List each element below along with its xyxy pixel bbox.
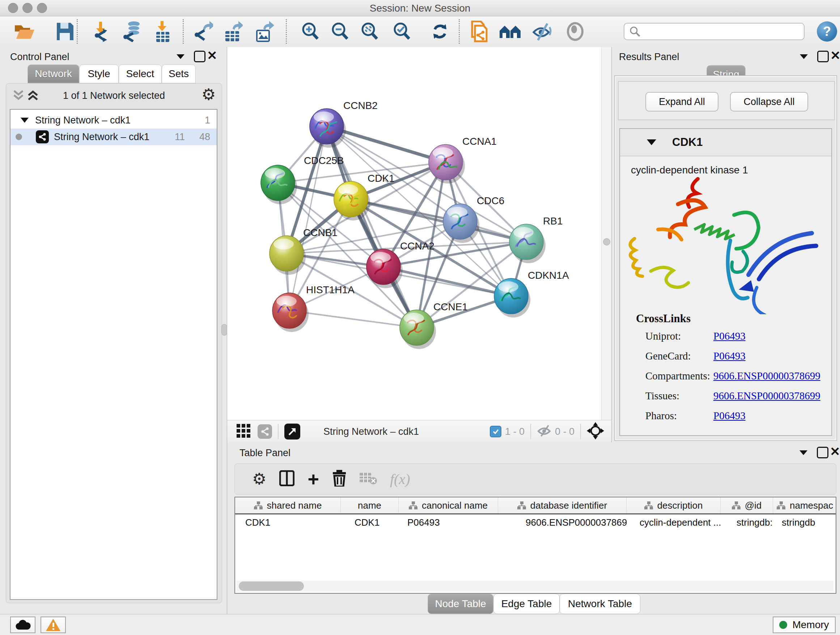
help-button[interactable]: ? [817, 21, 837, 42]
node-label-CDC6: CDC6 [477, 195, 504, 206]
save-session-icon[interactable] [54, 21, 76, 42]
control-panel-close-icon[interactable]: ✕ [207, 51, 218, 60]
selected-checkbox-icon[interactable] [490, 426, 501, 437]
node-CCNB2[interactable] [309, 109, 346, 148]
search-input[interactable] [624, 23, 805, 40]
entry-header[interactable]: CDK1 [620, 129, 831, 157]
table-panel-menu-caret-icon[interactable] [799, 450, 807, 455]
entry-collapse-caret-icon[interactable] [647, 139, 656, 145]
column-header-database-identifier[interactable]: database identifier [498, 497, 627, 513]
cell--id[interactable]: stringdb:9... [721, 515, 773, 530]
import-network-from-database-icon[interactable] [122, 21, 144, 42]
import-table-from-file-icon[interactable] [152, 21, 174, 42]
node-CDC25B[interactable] [261, 165, 297, 204]
crosslink-link[interactable]: P06493 [714, 330, 745, 342]
node-CCNA1[interactable] [429, 144, 465, 184]
node-CDKN1A[interactable] [494, 279, 531, 318]
export-image-icon[interactable] [253, 21, 275, 42]
results-panel-menu-caret-icon[interactable] [800, 54, 808, 59]
delete-column-trash-icon[interactable] [332, 470, 347, 488]
table-panel-close-icon[interactable]: ✕ [830, 447, 840, 456]
refresh-icon[interactable] [429, 21, 451, 42]
import-network-from-file-icon[interactable] [92, 21, 114, 42]
tab-node-table[interactable]: Node Table [428, 594, 493, 614]
control-panel-splitter-handle[interactable] [221, 324, 227, 336]
table-horizontal-scrollbar[interactable] [237, 581, 834, 592]
network-selection-status: 1 of 1 Network selected [6, 90, 222, 101]
cell-namespac[interactable]: stringdb [773, 515, 836, 530]
tab-network-table[interactable]: Network Table [560, 594, 640, 614]
export-network-icon[interactable] [192, 21, 214, 42]
string-network-graph[interactable]: CCNB2CCNA1CDC25BCDK1CDC6RB1CCNB1CCNA2CDK… [227, 47, 601, 420]
table-settings-gear-icon[interactable]: ⚙ [252, 471, 266, 487]
control-panel-menu-caret-icon[interactable] [177, 54, 185, 59]
hidden-eye-slash-icon[interactable] [537, 424, 551, 439]
add-column-plus-icon[interactable]: + [308, 471, 319, 487]
node-RB1[interactable] [509, 224, 546, 263]
column-header-canonical-name[interactable]: canonical name [399, 497, 498, 513]
cell-name[interactable]: CDK1 [341, 515, 399, 530]
splitter-handle[interactable] [603, 238, 610, 245]
table-row[interactable]: CDK1CDK1P064939606.ENSP00000378699cyclin… [235, 515, 836, 530]
cell-shared-name[interactable]: CDK1 [235, 515, 341, 530]
edge-count: 48 [199, 131, 210, 143]
edge-CCNB2-HIST1H1A[interactable] [289, 126, 327, 310]
tab-select[interactable]: Select [118, 65, 162, 83]
network-status-dot-icon [16, 134, 22, 140]
cell-description[interactable]: cyclin-dependent ... [627, 515, 721, 530]
results-panel-close-icon[interactable]: ✕ [830, 51, 840, 60]
status-bar: Memory [0, 614, 840, 635]
show-graphics-details-icon[interactable] [564, 21, 586, 42]
birdseye-grid-icon[interactable] [237, 424, 250, 439]
crosslink-link[interactable]: 9606.ENSP00000378699 [714, 370, 821, 382]
column-header-namespac[interactable]: namespac [773, 497, 836, 513]
crosslink-link[interactable]: P06493 [714, 350, 745, 362]
node-CCNA2[interactable] [366, 249, 403, 288]
hide-graphics-details-icon[interactable] [531, 21, 553, 42]
zoom-fit-icon[interactable] [359, 21, 381, 42]
cloud-status-button[interactable] [10, 616, 35, 633]
toolbar-divider [531, 424, 531, 439]
network-results-splitter[interactable] [601, 47, 612, 420]
node-CDC6[interactable] [443, 204, 479, 243]
expand-all-button[interactable]: Expand All [645, 92, 718, 111]
export-table-icon[interactable] [222, 21, 243, 42]
open-session-icon[interactable] [14, 21, 35, 42]
show-columns-icon[interactable] [279, 470, 294, 488]
results-panel-float-icon[interactable] [817, 51, 829, 62]
scrollbar-thumb[interactable] [239, 581, 304, 591]
column-header-name[interactable]: name [341, 497, 399, 513]
network-collection-row[interactable]: String Network – cdk1 1 [11, 112, 217, 128]
network-options-gear-icon[interactable]: ⚙ [202, 87, 216, 103]
network-row[interactable]: String Network – cdk1 11 48 [11, 128, 217, 145]
cell-database-identifier[interactable]: 9606.ENSP00000378699 [498, 515, 627, 530]
copy-document-icon[interactable] [469, 21, 490, 42]
crosslink-link[interactable]: 9606.ENSP00000378699 [714, 390, 821, 402]
crosslink-row: Compartments:9606.ENSP00000378699 [620, 370, 831, 390]
string-protein-query-icon[interactable] [499, 21, 521, 42]
open-in-new-window-icon[interactable] [284, 424, 300, 440]
tab-edge-table[interactable]: Edge Table [493, 594, 560, 614]
column-header-shared-name[interactable]: shared name [235, 497, 341, 513]
tree-expand-caret-icon[interactable] [21, 118, 28, 123]
node-CDK1[interactable] [334, 181, 370, 220]
tab-network[interactable]: Network [27, 65, 79, 83]
zoom-selected-icon[interactable] [391, 21, 413, 42]
network-canvas[interactable]: CCNB2CCNA1CDC25BCDK1CDC6RB1CCNB1CCNA2CDK… [227, 47, 611, 420]
center-view-crosshair-icon[interactable] [587, 422, 604, 441]
node-HIST1H1A[interactable] [272, 293, 309, 332]
cell-canonical-name[interactable]: P06493 [399, 515, 498, 530]
control-panel-float-icon[interactable] [194, 51, 205, 62]
column-header-description[interactable]: description [627, 497, 721, 513]
warnings-button[interactable] [41, 616, 66, 633]
column-header--id[interactable]: @id [721, 497, 773, 513]
zoom-out-icon[interactable] [329, 21, 351, 42]
collapse-all-button[interactable]: Collapse All [730, 92, 808, 111]
crosslink-link[interactable]: P06493 [714, 410, 745, 422]
tab-sets[interactable]: Sets [162, 65, 196, 83]
tab-style[interactable]: Style [79, 65, 118, 83]
zoom-in-icon[interactable] [300, 21, 321, 42]
table-panel-float-icon[interactable] [817, 447, 829, 458]
column-tree-icon [254, 501, 263, 509]
memory-button[interactable]: Memory [773, 616, 836, 633]
